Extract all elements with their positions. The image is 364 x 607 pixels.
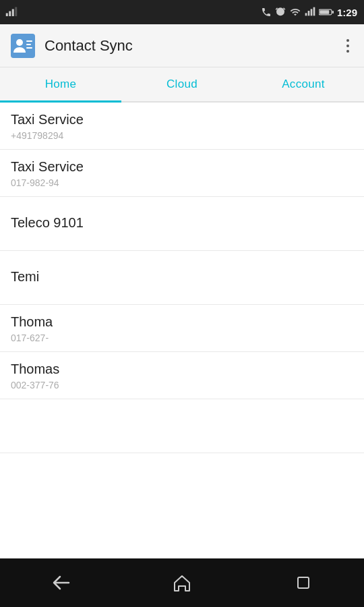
tab-bar: Home Cloud Account — [0, 67, 364, 103]
svg-rect-3 — [15, 7, 17, 17]
battery-icon — [319, 7, 334, 17]
phone-icon — [261, 7, 272, 18]
svg-rect-10 — [332, 11, 334, 13]
list-item[interactable]: Thomas 002-377-76 — [0, 352, 364, 399]
alarm-icon — [275, 7, 286, 18]
app-bar: Contact Sync — [0, 24, 364, 67]
tab-account[interactable]: Account — [243, 67, 364, 101]
svg-rect-9 — [320, 10, 329, 14]
contact-list: Taxi Service +491798294 Taxi Service 017… — [0, 103, 364, 558]
status-time: 1:29 — [337, 7, 357, 18]
contact-phone: 017-982-94 — [11, 177, 353, 188]
svg-rect-15 — [26, 47, 32, 49]
recents-icon — [293, 572, 314, 594]
list-item[interactable]: Temi — [0, 251, 364, 305]
bottom-nav — [0, 558, 364, 607]
overflow-dot-2 — [346, 45, 349, 47]
status-bar: 1:29 — [0, 0, 364, 24]
svg-rect-4 — [305, 13, 307, 16]
home-icon — [171, 572, 193, 594]
list-item[interactable]: Thoma 017-627- — [0, 305, 364, 352]
recents-button[interactable] — [279, 567, 328, 599]
wifi-icon — [289, 7, 301, 18]
contact-phone: 017-627- — [11, 333, 353, 343]
overflow-dot-3 — [346, 50, 349, 53]
tab-cloud[interactable]: Cloud — [121, 67, 243, 101]
back-button[interactable] — [36, 567, 85, 599]
overflow-menu-button[interactable] — [342, 35, 353, 57]
svg-rect-1 — [9, 11, 11, 17]
list-item[interactable]: Teleco 9101 — [0, 197, 364, 251]
app-title: Contact Sync — [44, 37, 342, 55]
contact-name: Teleco 9101 — [11, 215, 353, 231]
list-item[interactable] — [0, 399, 364, 453]
back-icon — [50, 572, 71, 594]
contact-name: Taxi Service — [11, 159, 353, 175]
svg-rect-16 — [298, 577, 309, 588]
tab-home[interactable]: Home — [0, 67, 121, 101]
signal-bars-icon — [5, 6, 18, 18]
contact-name: Thoma — [11, 314, 353, 330]
svg-rect-7 — [313, 7, 315, 16]
contact-name: Taxi Service — [11, 112, 353, 127]
svg-rect-6 — [311, 9, 313, 16]
home-button[interactable] — [158, 567, 206, 599]
contact-name: Thomas — [11, 362, 353, 377]
overflow-dot-1 — [346, 39, 349, 42]
svg-rect-2 — [12, 9, 14, 17]
status-bar-left — [5, 6, 18, 18]
network-icon — [305, 7, 315, 18]
contact-phone: +491798294 — [11, 130, 353, 141]
contact-name: Temi — [11, 269, 353, 285]
svg-rect-5 — [308, 11, 310, 16]
list-item[interactable]: Taxi Service 017-982-94 — [0, 150, 364, 197]
svg-point-12 — [16, 39, 23, 46]
svg-rect-14 — [26, 44, 31, 45]
contact-phone: 002-377-76 — [11, 380, 353, 391]
list-item[interactable]: Taxi Service +491798294 — [0, 103, 364, 150]
status-bar-right: 1:29 — [261, 7, 357, 18]
svg-rect-13 — [26, 40, 32, 42]
svg-rect-0 — [6, 13, 8, 17]
app-icon — [11, 34, 35, 58]
svg-rect-11 — [11, 34, 35, 58]
